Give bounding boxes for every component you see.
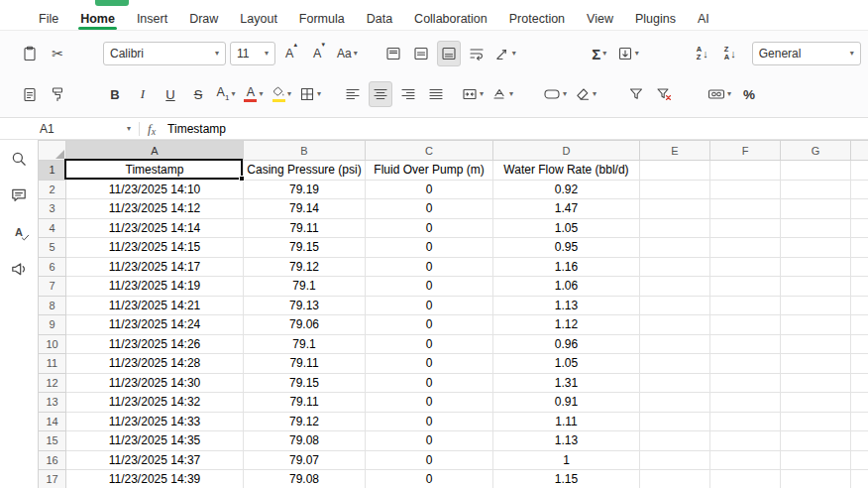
cell-B13[interactable]: 79.11 bbox=[244, 393, 366, 413]
align-center-button[interactable] bbox=[369, 81, 392, 107]
cut-button[interactable]: ✂ bbox=[46, 41, 69, 66]
cell-A7[interactable]: 11/23/2025 14:19 bbox=[66, 277, 244, 297]
row-header-14[interactable]: 14 bbox=[39, 412, 66, 431]
row-header-16[interactable]: 16 bbox=[39, 450, 66, 470]
menu-item-ai[interactable]: AI bbox=[687, 9, 720, 29]
font-name-select[interactable]: Calibri ▾ bbox=[103, 42, 226, 65]
row-header-17[interactable]: 17 bbox=[39, 470, 66, 488]
sort-ascending-button[interactable]: AZ ↓ bbox=[691, 41, 714, 66]
row-header-1[interactable]: 1 bbox=[39, 161, 66, 181]
clear-button[interactable]: ▾ bbox=[573, 81, 598, 107]
align-right-button[interactable] bbox=[396, 81, 420, 107]
cell-A1[interactable]: Timestamp bbox=[66, 161, 244, 181]
valign-middle-button[interactable] bbox=[409, 41, 433, 66]
cell-G5[interactable] bbox=[781, 238, 851, 258]
row-header-2[interactable]: 2 bbox=[39, 180, 66, 199]
cell-F1[interactable] bbox=[710, 161, 781, 181]
row-header-11[interactable]: 11 bbox=[39, 354, 66, 374]
percent-button[interactable]: % bbox=[737, 81, 761, 107]
sort-descending-button[interactable]: ZA ↓ bbox=[718, 41, 742, 66]
cell-B3[interactable]: 79.14 bbox=[244, 199, 366, 219]
menu-item-draw[interactable]: Draw bbox=[178, 9, 229, 29]
cell-F15[interactable] bbox=[710, 431, 781, 451]
cell-D16[interactable]: 1 bbox=[493, 450, 640, 470]
number-format-select[interactable]: General ▾ bbox=[752, 42, 861, 65]
row-header-5[interactable]: 5 bbox=[39, 238, 66, 258]
cell-F14[interactable] bbox=[710, 412, 781, 431]
cell-B16[interactable]: 79.07 bbox=[244, 450, 366, 470]
cell-B17[interactable]: 79.08 bbox=[244, 470, 366, 488]
cell-style-button[interactable]: ▾ bbox=[541, 81, 569, 107]
cell-E15[interactable] bbox=[640, 431, 710, 451]
shrink-font-button[interactable]: A▾ bbox=[307, 41, 331, 66]
cell-G4[interactable] bbox=[781, 218, 851, 238]
cell-E17[interactable] bbox=[640, 470, 710, 488]
cell-G17[interactable] bbox=[781, 470, 851, 488]
decimal-button[interactable]: ▾ bbox=[705, 81, 733, 107]
cell-D7[interactable]: 1.06 bbox=[493, 277, 640, 297]
cell-E5[interactable] bbox=[640, 238, 710, 258]
cell-D13[interactable]: 0.91 bbox=[493, 393, 640, 413]
cell-A9[interactable]: 11/23/2025 14:24 bbox=[66, 315, 244, 335]
cell-H11[interactable] bbox=[851, 354, 868, 374]
row-header-7[interactable]: 7 bbox=[39, 277, 66, 297]
cell-G9[interactable] bbox=[781, 315, 851, 335]
cell-E12[interactable] bbox=[640, 373, 710, 393]
cell-G12[interactable] bbox=[781, 373, 851, 393]
justify-button[interactable] bbox=[424, 81, 448, 107]
cell-B5[interactable]: 79.15 bbox=[244, 238, 366, 258]
cell-F6[interactable] bbox=[710, 257, 781, 277]
cell-E7[interactable] bbox=[640, 277, 710, 297]
cell-E2[interactable] bbox=[640, 180, 710, 199]
cell-D12[interactable]: 1.31 bbox=[493, 373, 640, 393]
spellcheck-button[interactable]: A bbox=[7, 220, 31, 244]
grow-font-button[interactable]: A▴ bbox=[279, 41, 303, 66]
cell-F8[interactable] bbox=[710, 296, 781, 315]
cell-A5[interactable]: 11/23/2025 14:15 bbox=[66, 238, 244, 258]
cell-H10[interactable] bbox=[851, 334, 868, 354]
cell-A12[interactable]: 11/23/2025 14:30 bbox=[66, 373, 244, 393]
cell-B10[interactable]: 79.1 bbox=[244, 334, 366, 354]
cell-C2[interactable]: 0 bbox=[366, 180, 493, 199]
clear-filter-button[interactable] bbox=[652, 81, 676, 107]
menu-item-layout[interactable]: Layout bbox=[229, 9, 288, 29]
cell-A16[interactable]: 11/23/2025 14:37 bbox=[66, 450, 244, 470]
cell-E10[interactable] bbox=[640, 334, 710, 354]
cell-H9[interactable] bbox=[851, 315, 868, 335]
row-header-15[interactable]: 15 bbox=[39, 431, 66, 451]
cell-A2[interactable]: 11/23/2025 14:10 bbox=[66, 180, 244, 199]
menu-item-data[interactable]: Data bbox=[356, 9, 403, 29]
cell-C3[interactable]: 0 bbox=[366, 199, 493, 219]
cell-C11[interactable]: 0 bbox=[366, 354, 493, 374]
cell-A8[interactable]: 11/23/2025 14:21 bbox=[66, 296, 244, 315]
cell-C17[interactable]: 0 bbox=[366, 470, 493, 488]
row-header-9[interactable]: 9 bbox=[39, 315, 66, 335]
text-direction-button[interactable]: ▾ bbox=[489, 81, 515, 107]
cell-H16[interactable] bbox=[851, 450, 868, 470]
cell-F13[interactable] bbox=[710, 393, 781, 413]
cell-E1[interactable] bbox=[640, 161, 710, 181]
fill-button[interactable]: ▾ bbox=[615, 41, 641, 66]
cell-A14[interactable]: 11/23/2025 14:33 bbox=[66, 412, 244, 431]
cell-C7[interactable]: 0 bbox=[366, 277, 493, 297]
cell-F16[interactable] bbox=[710, 450, 781, 470]
menu-item-file[interactable]: File bbox=[28, 9, 69, 29]
fill-handle[interactable] bbox=[239, 176, 245, 182]
cell-H12[interactable] bbox=[851, 373, 868, 393]
cell-D15[interactable]: 1.13 bbox=[493, 431, 640, 451]
cell-C6[interactable]: 0 bbox=[366, 257, 493, 277]
change-case-button[interactable]: Aa ▾ bbox=[335, 41, 360, 66]
cell-E6[interactable] bbox=[640, 257, 710, 277]
strikethrough-button[interactable]: S bbox=[186, 81, 210, 107]
cell-H3[interactable] bbox=[851, 199, 868, 219]
cell-H15[interactable] bbox=[851, 431, 868, 451]
cell-G1[interactable] bbox=[781, 161, 851, 181]
align-left-button[interactable] bbox=[341, 81, 365, 107]
cell-E14[interactable] bbox=[640, 412, 710, 431]
cell-B1[interactable]: Casing Pressure (psi) bbox=[244, 161, 366, 181]
cell-F7[interactable] bbox=[710, 277, 781, 297]
cell-B7[interactable]: 79.1 bbox=[244, 277, 366, 297]
paste-options-button[interactable] bbox=[18, 81, 42, 107]
cell-A3[interactable]: 11/23/2025 14:12 bbox=[66, 199, 244, 219]
cell-F17[interactable] bbox=[710, 470, 781, 488]
